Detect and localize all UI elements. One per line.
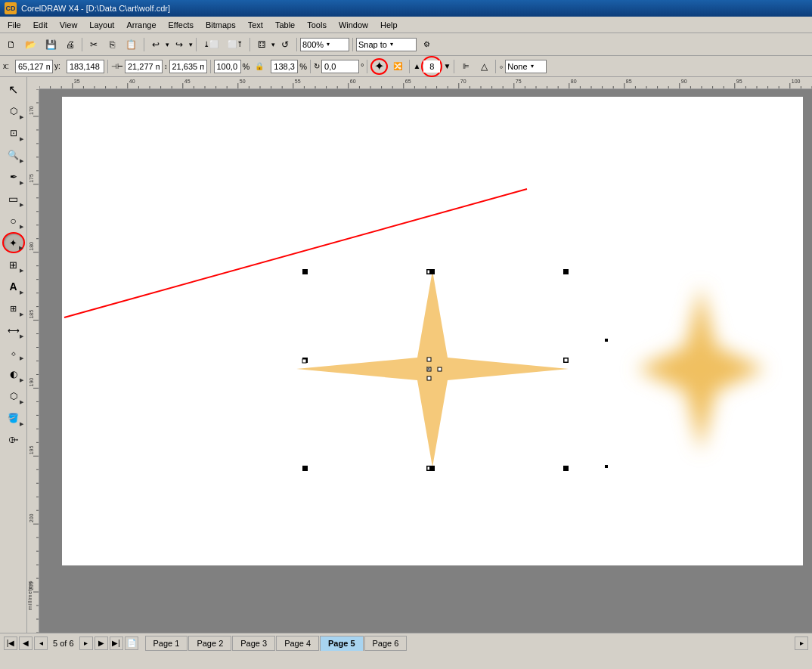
handle-left-inner [302,359,306,363]
tool-text[interactable]: A ▶ [2,276,25,297]
star-toolbar-group: ✦ 🔀 [370,58,406,75]
status-bar: |◀ ◀ ◂ 5 of 6 ▸ ▶ ▶| 📄 Page 1 Page 2 Pag… [0,633,812,652]
menu-edit[interactable]: Edit [27,19,54,31]
sep-c5 [409,60,410,73]
tool-outline[interactable]: ⬡ ▶ [2,386,25,407]
sides-input[interactable] [423,60,440,73]
toolbar-properties: x: y: ⊣⊢ ↕ % 🔒 % ↻ ° ✦ 🔀 ▲ ▼ ⊫ △ ⬦ None … [0,56,812,77]
tool-zoom[interactable]: 🔍 ▶ [2,144,25,166]
corel-connect-button[interactable]: ⚃ [253,36,270,53]
paste-button[interactable]: 📋 [122,36,141,53]
color-dropdown[interactable]: None ▾ [505,60,547,73]
polygon-toggle-button[interactable]: 🔀 [389,58,406,75]
export-button[interactable]: ⬜⤒ [224,36,246,53]
sides-down-btn[interactable]: ▼ [443,62,451,70]
menu-bitmaps[interactable]: Bitmaps [200,19,242,31]
tool-rect[interactable]: ▭ ▶ [2,188,25,209]
zoom-dropdown[interactable]: 800% ▾ [300,38,349,51]
tool-smart[interactable]: ⌱ [2,429,25,451]
nav-add-button[interactable]: 📄 [125,636,138,650]
cut-button[interactable]: ✂ [85,36,102,53]
menu-text[interactable]: Text [242,19,269,31]
y-input[interactable] [67,60,104,73]
page-tab-5[interactable]: Page 5 [320,636,363,651]
snap-dropdown[interactable]: Snap to ▾ [356,38,417,51]
page-tab-1[interactable]: Page 1 [145,636,188,651]
scroll-right-button[interactable]: ▸ [795,636,808,650]
lock-scale-button[interactable]: 🔒 [251,58,268,75]
sep-c7 [495,60,496,73]
nav-next2-button[interactable]: ▸ [79,636,93,650]
w-input[interactable] [125,60,163,73]
title-text: CorelDRAW X4 - [D:\Data C\art\wolf.cdr] [21,4,170,13]
nav-last-button[interactable]: ▶| [110,636,123,650]
page-tab-3[interactable]: Page 3 [232,636,275,651]
redo-button[interactable]: ↪ [171,36,188,53]
sep-c1 [107,60,108,73]
tool-grid[interactable]: ⊞ ▶ [2,298,25,319]
tool-select[interactable]: ↖ [2,79,25,100]
y-label: y: [54,62,65,70]
menu-file[interactable]: File [2,19,27,31]
handle-bottom [426,466,432,471]
menu-effects[interactable]: Effects [163,19,200,31]
ruler-units-label: millimeters [27,581,39,610]
menu-tools[interactable]: Tools [301,19,333,31]
copy-button[interactable]: ⎘ [104,36,120,53]
tool-dimension[interactable]: ⟷ ▶ [2,320,25,341]
scale-y-input[interactable] [271,60,298,73]
menu-window[interactable]: Window [333,19,374,31]
open-button[interactable]: 📂 [21,36,40,53]
color-label: ⬦ [499,62,504,70]
rotation-input[interactable] [321,60,359,73]
page-tab-4[interactable]: Page 4 [276,636,319,651]
nav-first-button[interactable]: |◀ [4,636,17,650]
zoom-value: 800% [302,40,324,49]
nav-prev2-button[interactable]: ◂ [34,636,48,650]
horizontal-ruler [39,77,812,89]
tool-eyedropper[interactable]: ◐ ▶ [2,364,25,385]
nav-prev-button[interactable]: ◀ [19,636,33,650]
sep-c2 [210,60,211,73]
save-button[interactable]: 💾 [42,36,60,53]
sep3 [196,38,197,51]
tool-node[interactable]: ⬡ ▶ [2,101,25,122]
handle-tm [429,269,435,274]
nav-next-button[interactable]: ▶ [95,636,108,650]
sides-up-btn[interactable]: ▲ [413,62,420,70]
page-tab-6[interactable]: Page 6 [364,636,408,651]
snap-settings-button[interactable]: ⚙ [418,36,435,53]
color-arrow: ▾ [531,63,534,70]
undo-button[interactable]: ↩ [147,36,164,53]
extra-dot-1 [605,339,608,342]
undo2-button[interactable]: ↺ [277,36,293,53]
undo-arrow: ▾ [166,41,169,48]
menu-table[interactable]: Table [269,19,301,31]
menu-arrange[interactable]: Arrange [120,19,162,31]
scale-x-input[interactable] [214,60,241,73]
vertical-ruler [27,89,39,633]
menu-layout[interactable]: Layout [83,19,120,31]
tool-fill[interactable]: 🪣 ▶ [2,407,25,429]
handle-bl [302,466,308,471]
tool-interactive[interactable]: ⬦ ▶ [2,342,25,363]
h-input[interactable] [169,60,207,73]
x-input[interactable] [15,60,53,73]
new-button[interactable]: 🗋 [3,36,20,53]
print-button[interactable]: 🖨 [62,36,79,53]
tool-table[interactable]: ⊞ ▶ [2,254,25,275]
tool-star[interactable]: ✦ ▶ [2,232,25,253]
tool-ellipse[interactable]: ○ ▶ [2,210,25,231]
menu-view[interactable]: View [54,19,84,31]
center-marker: × [426,363,432,375]
import-button[interactable]: ⤓⬜ [200,36,222,53]
page-tab-2[interactable]: Page 2 [188,636,231,651]
to-curve-button[interactable]: ⊫ [457,58,474,75]
mirror-h-button[interactable]: △ [476,58,492,75]
tool-crop[interactable]: ⊡ ▶ [2,122,25,144]
tool-freehand[interactable]: ✒ ▶ [2,166,25,187]
canvas-area[interactable]: × [39,89,812,633]
content-row: millimeters [27,89,812,633]
polygon-icon-button[interactable]: ✦ [370,58,388,75]
menu-help[interactable]: Help [374,19,404,31]
